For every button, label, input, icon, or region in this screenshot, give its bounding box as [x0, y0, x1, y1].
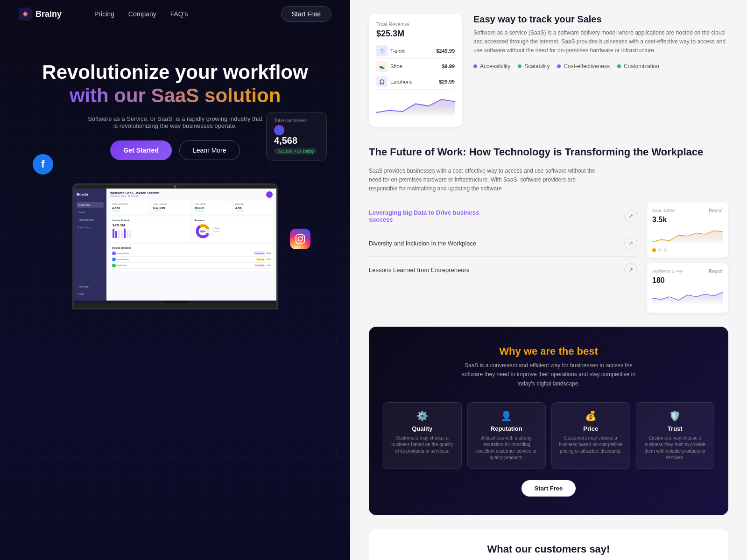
future-section: The Future of Work: How Technology is Tr…	[369, 146, 728, 313]
feature-tag: Accessibility	[473, 63, 510, 70]
dot-icon	[617, 64, 621, 68]
svg-text:$8M: $8M	[200, 230, 206, 233]
article-title: Leveraging big Data to Drive business su…	[369, 209, 500, 223]
laptop-date: 21 March 2023 - 10:30 AM	[110, 195, 159, 197]
total-customers-card: Total customers 👤 4,568 ↑50.35% • 5k Tod…	[266, 112, 327, 161]
reputation-icon: 👤	[473, 410, 540, 421]
laptop-mockup: Boeda Overview Sales Transactions Upcomi…	[72, 183, 278, 309]
customers-section: What our customers say! SaaS is a conven…	[369, 529, 728, 560]
laptop-sidebar-transactions[interactable]: Transactions	[77, 217, 104, 223]
svg-rect-2	[296, 235, 304, 243]
article-title: Lessons Learned from Entrepreneurs	[369, 266, 469, 273]
why-best-description: SaaS is a convenient and efficient way f…	[455, 361, 642, 388]
features-grid: ⚙️ Quality Customers may choose a busine…	[383, 402, 714, 469]
hero-buttons: Get Started Learn More	[110, 140, 240, 160]
instagram-icon	[290, 229, 310, 249]
hero-subtitle: with our SaaS solution	[70, 84, 281, 107]
feature-desc: Customers may choose a business based on…	[557, 435, 624, 455]
donut-chart: Revenue $8M	[192, 217, 273, 242]
invoice-chart: Invoice Statistic $25.3M	[110, 217, 190, 242]
card-value: 4,568	[274, 135, 319, 146]
customers-title: What our customers say!	[383, 543, 714, 555]
article-title: Diversity and Inclusion in the Workplace	[369, 240, 476, 247]
easy-way-title: Easy way to track your Sales	[473, 14, 728, 25]
price-icon: 💰	[557, 410, 624, 421]
feature-reputation: 👤 Reputation A business with a strong re…	[467, 402, 546, 469]
svg-point-4	[302, 236, 303, 238]
start-free-button[interactable]: Start Free	[521, 480, 576, 497]
invoice-table: Invoice Statistics Jayvion Simon Complet…	[110, 245, 273, 271]
trust-icon: 🛡️	[642, 410, 709, 421]
dot-icon	[518, 64, 521, 68]
why-best-section: Why we are the best SaaS is a convenient…	[369, 327, 728, 515]
card-label: Total customers	[274, 118, 319, 123]
chart-card-1: Date: 8.2%+ 3.5k Report	[647, 203, 728, 258]
product-item: 👟 Shoe $9.99	[376, 59, 455, 74]
feature-name: Reputation	[473, 425, 540, 432]
logo[interactable]: Brainy	[19, 7, 62, 21]
feature-tags: Accessibility Scalability Cost-effective…	[473, 63, 728, 70]
dot-icon	[557, 64, 561, 68]
laptop-welcome: Welcome Back, Jaxson Stanton	[110, 191, 159, 195]
pricing-link[interactable]: Pricing	[94, 10, 114, 18]
article-item: Lessons Learned from Entrepreneurs ↗	[369, 257, 637, 283]
hero-section: f Total customers 👤 4,568 ↑50.35% • 5k T…	[0, 28, 350, 560]
article-item: Diversity and Inclusion in the Workplace…	[369, 230, 637, 257]
nav-cta-button[interactable]: Start Free	[281, 6, 331, 22]
laptop-sidebar-sales[interactable]: Sales	[77, 210, 104, 215]
customers-description: SaaS is a convenient and efficient way f…	[455, 558, 642, 560]
why-best-title: Why we are the best	[383, 345, 714, 357]
feature-price: 💰 Price Customers may choose a business …	[551, 402, 630, 469]
laptop-sidebar-help[interactable]: Help	[77, 291, 104, 297]
feature-quality: ⚙️ Quality Customers may choose a busine…	[383, 402, 462, 469]
get-started-button[interactable]: Get Started	[110, 140, 171, 160]
dot-icon	[473, 64, 477, 68]
faq-link[interactable]: FAQ's	[170, 10, 188, 18]
feature-desc: Customers may choose a business based on…	[389, 435, 456, 455]
product-item: 🎧 Earphone $29.99	[376, 74, 455, 90]
card-badge: ↑50.35% • 5k Today	[274, 148, 317, 154]
company-link[interactable]: Company	[128, 10, 156, 18]
svg-point-1	[24, 13, 27, 15]
chart-card-2: Audience: 2.4%+ 180 Report	[647, 263, 728, 313]
stat-orders: Total orders 15,496 ↑ 46 Today	[192, 201, 232, 214]
learn-more-button[interactable]: Learn More	[179, 140, 240, 160]
future-content: Leveraging big Data to Drive business su…	[369, 203, 728, 313]
nav-links: Pricing Company FAQ's	[94, 10, 188, 18]
hero-title: Revolutionize your workflow	[42, 61, 308, 84]
product-list: 👕 T-shirt $249.99 👟 Shoe $9.99 🎧 Earp	[376, 43, 455, 90]
feature-name: Trust	[642, 425, 709, 432]
future-articles: Leveraging big Data to Drive business su…	[369, 203, 637, 313]
future-description: SaaS provides businesses with a cost-eff…	[369, 167, 602, 194]
feature-desc: Customers may choose a business they tru…	[642, 435, 709, 461]
easy-way-section: Total Revenue $25.3M 👕 T-shirt $249.99 👟…	[369, 14, 728, 127]
feature-tag: Customization	[617, 63, 659, 70]
feature-tag: Cost-effectiveness	[557, 63, 610, 70]
feature-tag: Scalability	[518, 63, 550, 70]
arrow-icon[interactable]: ↗	[624, 237, 637, 250]
future-title: The Future of Work: How Technology is Tr…	[369, 146, 728, 159]
laptop-sidebar-upcoming[interactable]: Upcoming	[77, 224, 104, 230]
article-item: Leveraging big Data to Drive business su…	[369, 203, 637, 230]
chart-amount: $25.3M	[376, 29, 455, 39]
feature-name: Price	[557, 425, 624, 432]
hero-description: Software as a Service, or SaaS, is a rap…	[86, 115, 264, 129]
future-mini-charts: Date: 8.2%+ 3.5k Report	[647, 203, 728, 313]
stat-refunds: Refunds 4.56 ↓ 1 Today	[233, 201, 273, 214]
easy-way-text: Easy way to track your Sales Software as…	[473, 14, 728, 70]
sales-chart-card: Total Revenue $25.3M 👕 T-shirt $249.99 👟…	[369, 14, 462, 127]
navigation: Brainy Pricing Company FAQ's Start Free	[0, 0, 350, 28]
laptop-logo: Boeda	[77, 192, 104, 196]
feature-name: Quality	[389, 425, 456, 432]
facebook-icon: f	[33, 154, 53, 175]
quality-icon: ⚙️	[389, 410, 456, 421]
arrow-icon[interactable]: ↗	[624, 263, 637, 276]
laptop-sidebar-settings[interactable]: Settings	[77, 284, 104, 289]
feature-desc: A business with a strong reputation for …	[473, 435, 540, 461]
stat-revenue: Total revenue $32,265 ↑ 10.35%	[151, 201, 190, 214]
svg-point-3	[298, 237, 302, 241]
arrow-icon[interactable]: ↗	[624, 210, 637, 223]
laptop-sidebar-overview[interactable]: Overview	[77, 202, 104, 208]
feature-trust: 🛡️ Trust Customers may choose a business…	[636, 402, 715, 469]
right-panel: Total Revenue $25.3M 👕 T-shirt $249.99 👟…	[350, 0, 747, 560]
